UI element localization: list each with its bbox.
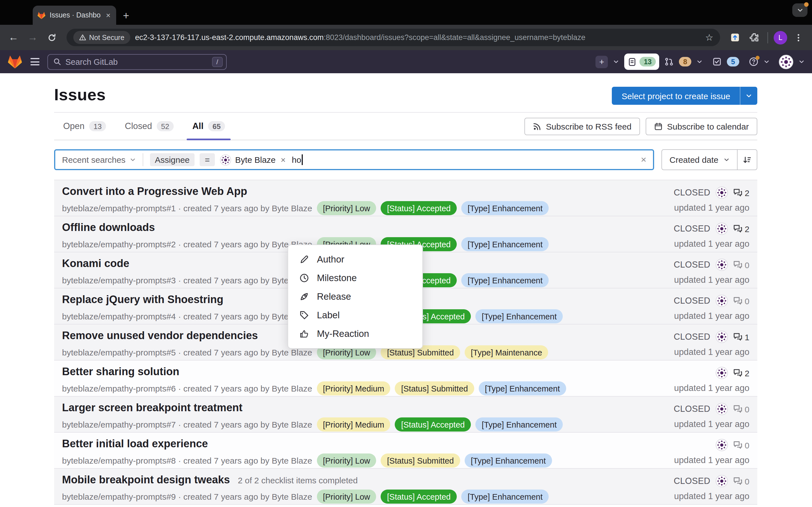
filter-token-key[interactable]: Assignee	[150, 153, 195, 166]
token-remove-icon[interactable]: ×	[280, 155, 287, 165]
issue-label[interactable]: [Status] Accepted	[381, 490, 457, 504]
tab-search-button[interactable]	[792, 3, 808, 17]
filter-clear-icon[interactable]: ×	[641, 154, 647, 165]
filter-token-value[interactable]: Byte Blaze ×	[220, 154, 287, 165]
issue-label[interactable]: [Type] Enhancement	[462, 201, 549, 215]
comments-count[interactable]: 0	[733, 404, 749, 414]
issue-label[interactable]: [Type] Enhancement	[465, 453, 552, 467]
assignee-avatar[interactable]	[715, 331, 728, 343]
issue-label[interactable]: [Type] Enhancement	[475, 309, 563, 323]
issue-label[interactable]: [Status] Submitted	[381, 453, 460, 467]
assignee-avatar[interactable]	[715, 403, 728, 415]
browser-tab[interactable]: Issues · Dashboard · GitLab ×	[33, 6, 116, 25]
merge-requests-icon[interactable]	[664, 57, 674, 66]
filter-query-input[interactable]: ho	[292, 154, 303, 165]
issue-label[interactable]: [Type] Enhancement	[475, 417, 563, 432]
comments-count[interactable]: 0	[733, 260, 749, 270]
issue-label[interactable]: [Type] Maintenance	[465, 345, 548, 359]
tab-close-icon[interactable]: ×	[105, 11, 112, 19]
create-new-chevron-icon[interactable]	[613, 59, 619, 65]
issue-title[interactable]: Better initial load experience	[62, 438, 552, 450]
create-new-button[interactable]: +	[596, 55, 608, 68]
user-avatar[interactable]	[779, 54, 794, 69]
new-tab-button[interactable]: +	[123, 10, 129, 25]
issue-label[interactable]: [Type] Enhancement	[462, 237, 549, 251]
comments-count[interactable]: 2	[733, 368, 749, 378]
bookmark-star-icon[interactable]: ☆	[705, 32, 713, 43]
assignee-avatar[interactable]	[715, 259, 728, 271]
sort-field-dropdown[interactable]: Created date	[662, 150, 737, 170]
issue-state-tab[interactable]: All 65	[192, 113, 225, 140]
issue-label[interactable]: [Priority] Low	[317, 453, 376, 467]
menu-item[interactable]: Milestone	[288, 269, 422, 287]
create-issue-chevron-icon[interactable]	[740, 87, 757, 105]
assignee-avatar[interactable]	[715, 439, 728, 451]
comments-count[interactable]: 0	[733, 296, 749, 305]
issue-label[interactable]: [Priority] Medium	[317, 417, 391, 432]
issue-label[interactable]: [Status] Accepted	[381, 201, 457, 215]
comments-count[interactable]: 0	[733, 440, 749, 450]
assignee-avatar[interactable]	[715, 367, 728, 379]
help-chevron-icon[interactable]	[763, 59, 770, 65]
issue-label[interactable]: [Type] Enhancement	[462, 490, 549, 504]
issue-state-tab[interactable]: Open 13	[63, 113, 106, 140]
merge-requests-chevron-icon[interactable]	[696, 59, 703, 65]
comments-count[interactable]: 2	[733, 224, 749, 233]
address-bar[interactable]: Not Secure ec2-3-137-176-117.us-east-2.c…	[66, 29, 720, 46]
comments-count[interactable]: 2	[733, 188, 749, 198]
todos-icon[interactable]	[712, 57, 722, 66]
issue-title[interactable]: Convert into a Progressive Web App	[62, 185, 549, 198]
assignee-avatar[interactable]	[715, 475, 728, 487]
menu-item[interactable]: Author	[288, 250, 422, 269]
filter-search-bar[interactable]: Recent searches Assignee = Byte Blaze × …	[54, 149, 654, 170]
menu-item[interactable]: My-Reaction	[288, 325, 422, 343]
hamburger-menu-icon[interactable]	[29, 56, 41, 68]
subscribe-rss-button[interactable]: Subscribe to RSS feed	[524, 117, 640, 135]
tab-count-badge: 65	[208, 121, 225, 131]
issue-title[interactable]: Larger screen breakpoint treatment	[62, 402, 563, 414]
issue-row[interactable]: Better sharing solution byteblaze/empath…	[54, 360, 757, 397]
issue-row[interactable]: Convert into a Progressive Web App byteb…	[54, 180, 757, 216]
gitlab-search-box[interactable]: Search GitLab /	[47, 54, 227, 69]
issue-label[interactable]: [Priority] Medium	[317, 381, 391, 395]
issue-label[interactable]: [Status] Submitted	[395, 381, 474, 395]
assignee-avatar[interactable]	[715, 295, 728, 307]
subscribe-calendar-button[interactable]: Subscribe to calendar	[646, 117, 757, 135]
security-chip[interactable]: Not Secure	[73, 31, 130, 44]
issue-title[interactable]: Offline downloads	[62, 221, 549, 234]
comments-count[interactable]: 0	[733, 476, 749, 486]
menu-item[interactable]: Label	[288, 306, 422, 325]
browser-profile-avatar[interactable]: L	[774, 31, 787, 44]
issue-label[interactable]: [Priority] Low	[317, 201, 376, 215]
sort-direction-button[interactable]	[737, 150, 757, 170]
comments-count[interactable]: 1	[733, 332, 749, 342]
issue-label[interactable]: [Priority] Low	[317, 490, 376, 504]
issue-label[interactable]: [Status] Accepted	[395, 417, 471, 432]
user-menu-chevron-icon[interactable]	[799, 59, 805, 65]
merge-requests-count-badge[interactable]: 8	[679, 57, 691, 66]
issue-row[interactable]: Better initial load experience byteblaze…	[54, 433, 757, 469]
assignee-avatar[interactable]	[715, 186, 728, 199]
menu-item[interactable]: Release	[288, 287, 422, 306]
issue-label[interactable]: [Type] Enhancement	[479, 381, 566, 395]
create-issue-button-label[interactable]: Select project to create issue	[612, 87, 740, 105]
assignee-avatar[interactable]	[715, 223, 728, 235]
todos-count-badge[interactable]: 5	[727, 57, 739, 66]
filter-token-operator[interactable]: =	[200, 153, 215, 166]
issues-nav-button[interactable]: 13	[624, 54, 659, 70]
issue-label[interactable]: [Type] Enhancement	[462, 273, 549, 287]
create-issue-split-button[interactable]: Select project to create issue	[612, 87, 757, 105]
issue-row[interactable]: Mobile breakpoint design tweaks2 of 2 ch…	[54, 469, 757, 505]
reload-button[interactable]	[44, 33, 60, 42]
help-icon[interactable]	[749, 57, 758, 66]
extension-icon[interactable]	[727, 33, 743, 42]
browser-menu-icon[interactable]	[791, 33, 806, 42]
issue-state-tab[interactable]: Closed 52	[125, 113, 174, 140]
issue-row[interactable]: Larger screen breakpoint treatment byteb…	[54, 397, 757, 433]
extensions-puzzle-icon[interactable]	[746, 33, 762, 42]
recent-searches-dropdown[interactable]: Recent searches	[62, 155, 136, 165]
gitlab-logo[interactable]	[7, 54, 22, 69]
issue-title[interactable]: Better sharing solution	[62, 365, 566, 378]
issue-title[interactable]: Mobile breakpoint design tweaks2 of 2 ch…	[62, 474, 549, 486]
back-button[interactable]: ←	[6, 32, 21, 43]
